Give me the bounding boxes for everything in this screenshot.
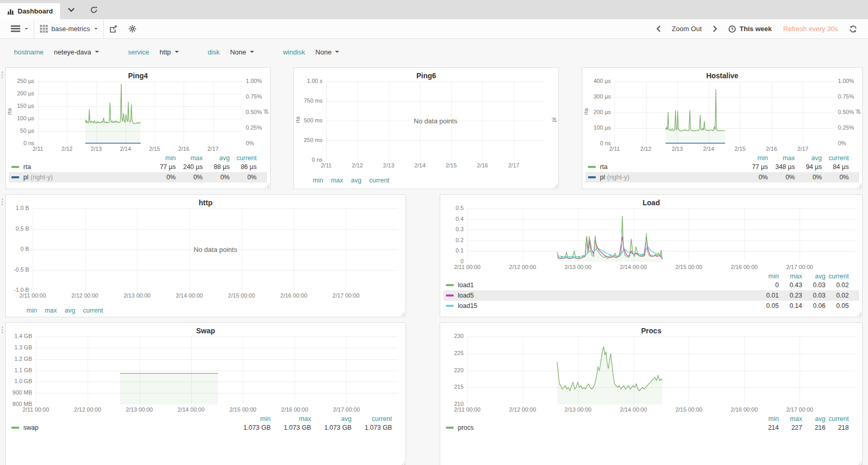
legend-header: minmaxavgcurrent bbox=[443, 415, 859, 422]
legend-header-cell[interactable]: max bbox=[779, 273, 802, 280]
legend-header-cell[interactable]: max bbox=[768, 154, 795, 162]
plot-area[interactable] bbox=[38, 81, 242, 144]
legend-series-toggle[interactable]: pl(right-y) bbox=[11, 174, 149, 181]
refresh-interval-picker[interactable]: Refresh every 30s bbox=[778, 19, 844, 38]
panel-title[interactable]: http bbox=[6, 195, 405, 208]
legend-header-cell[interactable]: avg bbox=[802, 273, 825, 280]
y-axis-tick: 50 µs bbox=[6, 128, 34, 134]
legend-header-cell[interactable]: min bbox=[755, 415, 779, 422]
variable-value-dropdown[interactable]: neteye-dava bbox=[54, 48, 99, 56]
legend-header-cell[interactable]: current bbox=[230, 154, 257, 162]
variable-value-dropdown[interactable]: None bbox=[230, 48, 254, 56]
main-menu-button[interactable] bbox=[5, 19, 34, 38]
variable-value-dropdown[interactable]: None bbox=[315, 48, 339, 56]
panel-ping4: Ping4250 µs200 µs150 µs100 µs50 µs0 ns1.… bbox=[5, 67, 271, 189]
plot-area[interactable] bbox=[614, 81, 834, 144]
legend-series-toggle[interactable]: load1 bbox=[446, 281, 755, 289]
dashboard-name: base-metrics bbox=[51, 25, 90, 33]
legend-value: 227 bbox=[779, 424, 802, 431]
y-axis-tick: 215 bbox=[440, 384, 464, 390]
tab-reload-button[interactable] bbox=[82, 0, 105, 19]
panel-resize-grip[interactable] bbox=[399, 311, 405, 316]
legend-header-cell[interactable]: avg bbox=[203, 154, 230, 162]
legend-header-cell[interactable]: current bbox=[83, 307, 103, 314]
time-forward-button[interactable] bbox=[707, 19, 723, 38]
legend-header: minmaxavgcurrent bbox=[443, 272, 859, 280]
legend-header-cell[interactable]: min bbox=[313, 177, 323, 184]
panel-resize-grip[interactable] bbox=[856, 311, 862, 316]
row-drag-handle[interactable] bbox=[2, 199, 3, 200]
legend-series-toggle[interactable]: rta bbox=[11, 163, 149, 171]
legend-header-cell[interactable]: avg bbox=[311, 415, 352, 422]
plot-area[interactable] bbox=[36, 336, 398, 404]
row-drag-handle[interactable] bbox=[2, 72, 3, 73]
plot-area[interactable] bbox=[467, 208, 855, 262]
legend-header-cell[interactable]: max bbox=[779, 415, 802, 422]
legend-header-cell[interactable]: max bbox=[45, 307, 57, 314]
legend-header-cell[interactable]: avg bbox=[802, 415, 825, 422]
panel-resize-grip[interactable] bbox=[856, 461, 862, 465]
dashboard-picker[interactable]: base-metrics bbox=[34, 19, 103, 38]
panel-title[interactable]: Swap bbox=[6, 323, 405, 336]
legend-series-toggle[interactable]: pl(right-y) bbox=[588, 174, 741, 181]
panel-title[interactable]: Ping4 bbox=[6, 68, 270, 81]
panel-resize-grip[interactable] bbox=[552, 182, 558, 188]
legend-header-cell[interactable]: avg bbox=[795, 154, 822, 162]
legend-series-toggle[interactable]: procs bbox=[446, 424, 755, 431]
row-drag-handle[interactable] bbox=[2, 327, 3, 328]
legend-header-cell[interactable]: min bbox=[755, 273, 779, 280]
time-back-button[interactable] bbox=[651, 19, 666, 38]
legend-series-toggle[interactable]: load5 bbox=[446, 292, 755, 299]
variable-label: disk bbox=[208, 48, 220, 56]
variable-value-dropdown[interactable]: http bbox=[160, 48, 179, 56]
legend-header-cell[interactable]: min bbox=[230, 415, 271, 422]
refresh-icon bbox=[849, 25, 857, 33]
legend-header-cell[interactable]: min bbox=[149, 154, 176, 162]
y-axis-tick: 0.5 bbox=[440, 205, 464, 211]
legend-header-cell[interactable]: min bbox=[741, 154, 768, 162]
settings-button[interactable] bbox=[123, 19, 142, 38]
panel-resize-grip[interactable] bbox=[856, 182, 862, 188]
legend-header-cell[interactable]: current bbox=[825, 273, 849, 280]
refresh-now-button[interactable] bbox=[844, 19, 863, 38]
y-axis-tick: 250 µs bbox=[6, 78, 34, 84]
no-data-text: No data points bbox=[326, 81, 545, 160]
legend-header-cell[interactable]: current bbox=[822, 154, 849, 162]
panel-resize-grip[interactable] bbox=[264, 182, 270, 188]
legend-header-cell[interactable]: current bbox=[369, 177, 389, 184]
legend-header-cell[interactable]: max bbox=[271, 415, 311, 422]
legend-swatch bbox=[11, 176, 19, 178]
legend-header-cell[interactable]: current bbox=[352, 415, 392, 422]
chevron-right-icon bbox=[713, 25, 717, 32]
time-range-picker[interactable]: This week bbox=[723, 19, 777, 38]
legend-header-cell[interactable]: max bbox=[176, 154, 203, 162]
x-axis-tick: 2/12 00:00 bbox=[64, 406, 111, 413]
panel-title[interactable]: Ping6 bbox=[294, 68, 558, 81]
legend-series-toggle[interactable]: swap bbox=[11, 424, 230, 431]
legend-series-name: pl bbox=[600, 174, 605, 181]
legend-series-toggle[interactable]: rta bbox=[588, 163, 741, 171]
x-axis-tick: 2/13 00:00 bbox=[555, 264, 601, 270]
panel-title[interactable]: Hostalive bbox=[582, 68, 862, 81]
legend-header-cell[interactable]: min bbox=[26, 307, 37, 314]
legend-swatch bbox=[588, 166, 596, 168]
legend-header-cell[interactable]: avg bbox=[65, 307, 75, 314]
panel-title[interactable]: Procs bbox=[440, 323, 862, 336]
x-axis-tick: 2/11 00:00 bbox=[444, 406, 491, 413]
tab-dashboard[interactable]: Dashboard bbox=[0, 3, 60, 19]
x-axis-tick: 2/17 00:00 bbox=[323, 406, 370, 413]
x-axis-tick: 2/13 00:00 bbox=[116, 406, 163, 413]
share-button[interactable] bbox=[104, 19, 123, 38]
x-axis-tick: 2/15 00:00 bbox=[665, 264, 712, 270]
legend-series-toggle[interactable]: load15 bbox=[446, 302, 755, 309]
variable-disk: disk None bbox=[208, 48, 254, 56]
panel-resize-grip[interactable] bbox=[399, 461, 405, 465]
tab-dropdown-button[interactable] bbox=[60, 0, 82, 19]
legend-header-cell[interactable]: current bbox=[825, 415, 849, 422]
zoom-out-button[interactable]: Zoom Out bbox=[666, 19, 708, 38]
panel-title[interactable]: Load bbox=[440, 195, 862, 208]
legend-header-cell[interactable]: max bbox=[331, 177, 343, 184]
legend-header-cell[interactable]: avg bbox=[351, 177, 361, 184]
plot-area[interactable] bbox=[467, 336, 855, 404]
legend-value: 94 µs bbox=[795, 163, 822, 171]
